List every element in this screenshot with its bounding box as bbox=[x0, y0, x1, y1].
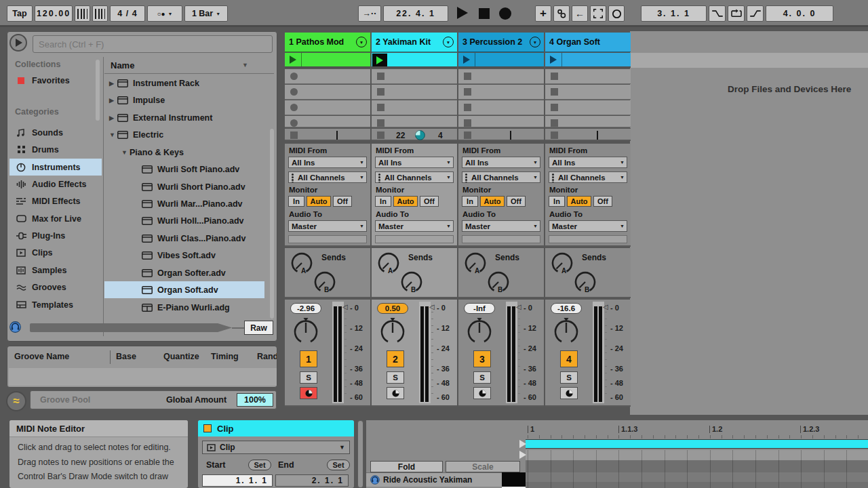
monitor-in-button[interactable]: In bbox=[288, 196, 304, 207]
stop-icon[interactable] bbox=[551, 73, 558, 80]
solo-button[interactable]: S bbox=[300, 371, 317, 384]
stop-icon[interactable] bbox=[551, 104, 558, 111]
follow-button[interactable]: →·· bbox=[358, 5, 381, 22]
nudge-up-button[interactable] bbox=[92, 5, 108, 22]
empty-clip-slot[interactable] bbox=[458, 100, 544, 115]
empty-clip-slot[interactable] bbox=[372, 69, 457, 84]
clip-start-field[interactable]: 1. 1. 1 bbox=[202, 474, 273, 487]
global-amount-field[interactable]: 100% bbox=[237, 393, 273, 407]
empty-clip-slot[interactable] bbox=[545, 69, 631, 84]
loop-start-marker-icon[interactable] bbox=[519, 440, 526, 448]
track-status-display[interactable]: 22 4 bbox=[372, 128, 457, 141]
sidebar-item-midi-effects[interactable]: MIDI Effects bbox=[9, 192, 102, 209]
monitor-off-button[interactable]: Off bbox=[507, 196, 526, 207]
capture-midi-button[interactable] bbox=[553, 5, 570, 22]
punch-out-button[interactable] bbox=[747, 5, 764, 22]
volume-field[interactable]: 0.50 bbox=[377, 303, 408, 314]
track-activator-button[interactable]: 1 bbox=[300, 350, 317, 367]
arm-button[interactable] bbox=[473, 387, 491, 399]
clip-launch-button[interactable] bbox=[285, 53, 302, 66]
track-activator-button[interactable]: 2 bbox=[387, 350, 404, 367]
pan-knob[interactable] bbox=[467, 317, 492, 344]
monitor-off-button[interactable]: Off bbox=[420, 196, 439, 207]
stop-icon[interactable] bbox=[464, 104, 471, 111]
clip-end-field[interactable]: 2. 1. 1 bbox=[275, 474, 349, 487]
sidebar-item-max-for-live[interactable]: Max for Live bbox=[9, 210, 102, 227]
clip-launch-button[interactable] bbox=[372, 54, 387, 66]
midi-channel-chooser[interactable]: All Channels▼ bbox=[288, 171, 367, 183]
tree-item[interactable]: Wurli Short Piano.adv bbox=[104, 178, 274, 195]
tree-item-selected[interactable]: Organ Soft.adv bbox=[104, 281, 264, 298]
clip-slot[interactable] bbox=[458, 53, 544, 68]
groove-col-random[interactable]: Random bbox=[257, 352, 277, 361]
raw-preview-button[interactable]: Raw bbox=[244, 321, 273, 335]
pan-knob[interactable] bbox=[380, 317, 406, 344]
stop-icon[interactable] bbox=[290, 119, 298, 127]
set-end-button[interactable]: Set bbox=[327, 460, 350, 470]
volume-field[interactable]: -2.96 bbox=[290, 303, 321, 314]
monitor-off-button[interactable]: Off bbox=[593, 196, 612, 207]
track-title[interactable]: 1 Pathos Mod ▼ bbox=[285, 33, 370, 52]
row-preview-headphone-icon[interactable] bbox=[370, 475, 380, 485]
stop-all-icon[interactable] bbox=[551, 131, 558, 139]
preview-headphone-icon[interactable] bbox=[9, 321, 21, 333]
sidebar-item-sounds[interactable]: Sounds bbox=[9, 124, 102, 141]
tree-item[interactable]: Vibes Soft.adv bbox=[104, 247, 274, 264]
tree-item[interactable]: E-Piano Wurli.adg bbox=[104, 299, 274, 316]
panel-resize-handle[interactable] bbox=[357, 420, 363, 488]
midi-channel-chooser[interactable]: All Channels▼ bbox=[375, 171, 454, 183]
browser-fold-button[interactable] bbox=[9, 34, 27, 52]
empty-clip-slot[interactable] bbox=[372, 116, 457, 127]
track-status-display[interactable] bbox=[458, 128, 544, 141]
tree-item[interactable]: Wurli Clas...Piano.adv bbox=[104, 230, 274, 247]
empty-clip-slot[interactable] bbox=[285, 100, 370, 115]
arrangement-position-field[interactable]: 22. 4. 1 bbox=[383, 5, 448, 22]
drum-row[interactable]: Ride Acoustic Yakiman bbox=[366, 472, 502, 487]
stop-icon[interactable] bbox=[290, 104, 298, 111]
stop-all-icon[interactable] bbox=[290, 131, 298, 139]
midi-from-chooser[interactable]: All Ins▼ bbox=[288, 157, 367, 168]
set-start-button[interactable]: Set bbox=[248, 460, 271, 470]
punch-in-position-field[interactable]: 3. 1. 1 bbox=[641, 5, 707, 22]
empty-clip-slot[interactable] bbox=[545, 100, 631, 115]
stop-icon[interactable] bbox=[290, 73, 298, 80]
stop-icon[interactable] bbox=[464, 119, 471, 127]
track-status-display[interactable] bbox=[285, 128, 370, 141]
audio-to-chooser[interactable]: Master▼ bbox=[549, 220, 627, 232]
stop-icon[interactable] bbox=[551, 88, 558, 96]
tap-tempo-button[interactable]: Tap bbox=[7, 5, 33, 22]
clip-color-icon[interactable] bbox=[203, 424, 212, 432]
empty-clip-slot[interactable] bbox=[458, 116, 544, 127]
preview-volume-slider[interactable] bbox=[30, 323, 232, 332]
stop-icon[interactable] bbox=[377, 88, 384, 96]
overdub-button[interactable]: + bbox=[535, 5, 551, 22]
tree-item[interactable]: ▶Impulse bbox=[104, 92, 274, 108]
audio-to-chooser[interactable]: Master▼ bbox=[462, 220, 540, 232]
stop-icon[interactable] bbox=[551, 119, 558, 127]
sidebar-item-audio-effects[interactable]: Audio Effects bbox=[9, 176, 102, 192]
chevron-down-icon[interactable]: ▼ bbox=[339, 444, 345, 451]
track-activator-button[interactable]: 3 bbox=[473, 350, 491, 367]
scene-drop-area[interactable]: Drop Files and Devices Here bbox=[630, 31, 868, 415]
midi-channel-chooser[interactable]: All Channels▼ bbox=[462, 171, 540, 183]
volume-field[interactable]: -16.6 bbox=[551, 303, 582, 314]
stop-icon[interactable] bbox=[290, 88, 298, 96]
arm-button[interactable] bbox=[300, 387, 317, 399]
draw-mode-button[interactable] bbox=[590, 5, 606, 22]
empty-clip-slot[interactable] bbox=[285, 69, 370, 84]
tree-item[interactable]: Wurli Mar...Piano.adv bbox=[104, 195, 274, 212]
reenable-automation-button[interactable]: ← bbox=[572, 5, 588, 22]
metronome-button[interactable]: ○●▼ bbox=[147, 5, 182, 22]
stop-icon[interactable] bbox=[377, 73, 384, 80]
loop-length-field[interactable]: 4. 0. 0 bbox=[766, 5, 833, 22]
stop-button[interactable] bbox=[479, 8, 490, 19]
clip-slot[interactable] bbox=[545, 53, 631, 68]
stop-icon[interactable] bbox=[377, 119, 384, 127]
time-signature-field[interactable]: 4 / 4 bbox=[110, 5, 145, 22]
tempo-field[interactable]: 120.00 bbox=[35, 5, 73, 22]
track-menu-icon[interactable]: ▼ bbox=[530, 37, 540, 47]
empty-clip-slot[interactable] bbox=[458, 85, 544, 100]
track-status-display[interactable] bbox=[545, 128, 631, 141]
empty-clip-slot[interactable] bbox=[285, 116, 370, 127]
punch-in-button[interactable] bbox=[709, 5, 726, 22]
